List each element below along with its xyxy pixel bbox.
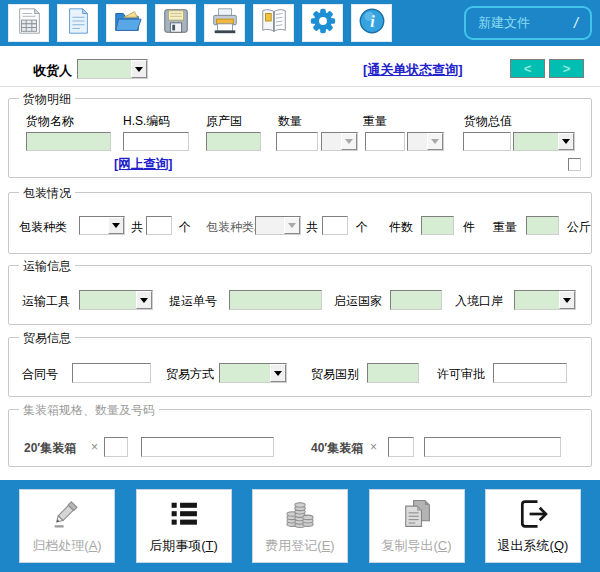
packing-weight-input[interactable] — [526, 216, 559, 235]
address-book-button[interactable] — [253, 4, 294, 42]
packing-total-label: 共 — [131, 219, 143, 236]
packing-count2-input[interactable] — [322, 216, 348, 235]
pieces-input[interactable] — [421, 216, 454, 235]
container-40ft-numbers-input[interactable] — [424, 437, 561, 457]
departure-country-input[interactable] — [390, 290, 442, 310]
new-file-slash: / — [574, 15, 578, 31]
svg-text:i: i — [370, 13, 375, 30]
goods-name-input[interactable] — [26, 132, 111, 151]
weight-label: 重量 — [363, 113, 387, 130]
packing-kind2-label: 包装种类2 — [206, 219, 261, 236]
transport-tool-combo[interactable] — [79, 290, 153, 310]
packing-kind-arrow[interactable] — [108, 217, 124, 234]
transport-tool-arrow[interactable] — [136, 291, 152, 309]
currency-combo[interactable] — [513, 132, 575, 151]
settings-gear-icon — [308, 6, 338, 40]
later-matters-button[interactable]: 后期事项(T) — [136, 489, 232, 563]
exit-door-icon — [515, 490, 551, 537]
weight-unit-arrow — [427, 133, 443, 150]
online-query-link[interactable]: [网上查询] — [114, 156, 172, 173]
entry-port-arrow[interactable] — [559, 291, 575, 309]
currency-combo-value — [514, 133, 558, 150]
new-document-icon — [63, 6, 93, 40]
packing-unit2-label: 个 — [356, 219, 368, 236]
chevron-down-icon — [274, 371, 282, 376]
packing-count-input[interactable] — [146, 216, 172, 235]
consignee-combo-arrow[interactable] — [131, 60, 147, 78]
fee-register-button: 费用登记(E) — [252, 489, 348, 563]
next-record-button[interactable]: > — [549, 59, 584, 78]
transport-group-title: 运输信息 — [19, 258, 75, 275]
later-matters-button-label: 后期事项(T) — [149, 537, 218, 555]
open-folder-button[interactable] — [106, 4, 147, 42]
customs-declaration-window: i 新建文件 / 收货人 [通关单状态查询] < > 货物明细 货物名称 H.S… — [0, 0, 600, 572]
new-file-button[interactable]: 新建文件 / — [464, 6, 592, 40]
trade-mode-combo[interactable] — [219, 363, 287, 383]
weight-input[interactable] — [365, 132, 405, 151]
trade-group-title: 贸易信息 — [19, 330, 75, 347]
hs-code-label: H.S.编码 — [123, 113, 170, 130]
packing-kind-label: 包装种类 — [19, 219, 67, 236]
entry-port-value — [515, 291, 559, 309]
copy-export-button-label: 复制导出(C) — [381, 537, 451, 555]
transport-group: 运输信息 运输工具 提运单号 启运国家 入境口岸 — [8, 265, 592, 325]
trade-group: 贸易信息 合同号 贸易方式 贸易国别 许可审批 — [8, 337, 592, 397]
transport-tool-label: 运输工具 — [22, 293, 70, 310]
trade-mode-arrow[interactable] — [270, 364, 286, 382]
origin-country-input[interactable] — [206, 132, 261, 151]
chevron-down-icon — [135, 67, 143, 72]
consignee-label: 收货人 — [33, 62, 72, 80]
weight-unit-combo — [407, 132, 444, 151]
contract-number-input[interactable] — [72, 363, 151, 383]
weight-unit-value — [408, 133, 427, 150]
spreadsheet-report-button[interactable] — [8, 4, 49, 42]
trade-mode-value — [220, 364, 270, 382]
open-folder-icon — [112, 6, 142, 40]
new-document-button[interactable] — [57, 4, 98, 42]
container-20ft-numbers-input[interactable] — [141, 437, 274, 457]
packing-kind-value — [80, 217, 108, 234]
chevron-down-icon — [345, 139, 353, 144]
previous-record-button[interactable]: < — [510, 59, 545, 78]
goods-value-input[interactable] — [463, 132, 511, 151]
container-group-title: 集装箱规格、数量及号码 — [19, 402, 159, 419]
save-button[interactable] — [155, 4, 196, 42]
bill-number-input[interactable] — [229, 290, 322, 310]
chevron-down-icon — [563, 298, 571, 303]
entry-port-combo[interactable] — [514, 290, 576, 310]
goods-value-label: 货物总值 — [464, 113, 512, 130]
goods-checkbox[interactable] — [568, 158, 581, 171]
consignee-combo[interactable] — [77, 59, 148, 79]
exit-system-button[interactable]: 退出系统(Q) — [485, 489, 581, 563]
packing-total2-label: 共 — [306, 219, 318, 236]
top-toolbar: i 新建文件 / — [0, 0, 600, 46]
info-button[interactable]: i — [351, 4, 392, 42]
entry-port-label: 入境口岸 — [455, 293, 503, 310]
spreadsheet-icon — [14, 6, 44, 40]
settings-button[interactable] — [302, 4, 343, 42]
copy-documents-icon — [399, 490, 435, 537]
container-20ft-times: × — [91, 440, 98, 454]
packing-kind-combo[interactable] — [79, 216, 125, 235]
container-20ft-count-input[interactable] — [104, 437, 128, 457]
hs-code-input[interactable] — [123, 132, 189, 151]
quantity-input[interactable] — [276, 132, 318, 151]
packing-kind2-arrow — [284, 217, 300, 234]
quantity-unit-combo — [321, 132, 358, 151]
trade-country-input[interactable] — [367, 363, 419, 383]
packing-group: 包装情况 包装种类 共 个 包装种类2 共 个 件数 件 重量 公斤 — [8, 192, 592, 254]
container-40ft-count-input[interactable] — [388, 437, 414, 457]
print-button[interactable] — [204, 4, 245, 42]
customs-status-query-link[interactable]: [通关单状态查询] — [363, 61, 463, 79]
copy-export-button: 复制导出(C) — [369, 489, 465, 563]
coins-icon — [282, 490, 318, 537]
goods-detail-group: 货物明细 货物名称 H.S.编码 原产国 数量 重量 货物总值 [网上查询] — [8, 98, 592, 178]
currency-combo-arrow[interactable] — [558, 133, 574, 150]
packing-unit-label: 个 — [179, 219, 191, 236]
chevron-down-icon — [288, 223, 296, 228]
license-approval-input[interactable] — [493, 363, 567, 383]
chevron-down-icon — [562, 139, 570, 144]
trade-country-label: 贸易国别 — [311, 366, 359, 383]
printer-icon — [210, 6, 240, 40]
container-group: 集装箱规格、数量及号码 20′集装箱 × 40′集装箱 × — [8, 409, 592, 467]
